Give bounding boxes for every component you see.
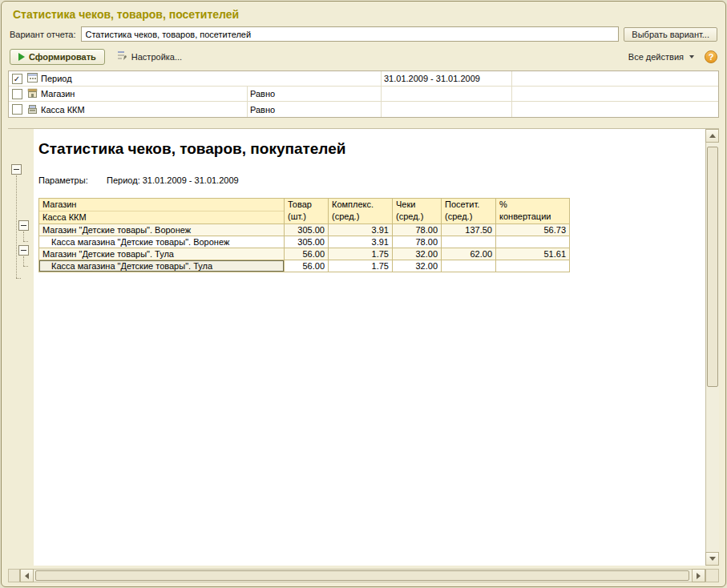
collapse-group-tula-button[interactable]	[18, 245, 29, 256]
period-checkbox[interactable]: ✓	[12, 74, 22, 84]
settings-button-label: Настройка...	[131, 52, 182, 62]
header-cheki: Чеки (сред.)	[393, 199, 442, 224]
filter-name-shop[interactable]: Магазин	[25, 87, 248, 101]
cell-cheki[interactable]: 32.00	[393, 248, 442, 260]
filter-condition-label: Равно	[250, 89, 275, 99]
filter-value-period[interactable]: 31.01.2009 - 31.01.2009	[382, 71, 512, 86]
all-actions-button[interactable]: Все действия	[624, 49, 698, 65]
cell-empty	[496, 236, 570, 248]
choose-variant-button[interactable]: Выбрать вариант...	[624, 27, 717, 42]
report-table: Магазин Касса ККМ Товар (шт.) Комплекс. …	[38, 198, 570, 272]
cell-name-selected[interactable]: Касса магазина "Детские товары". Тула	[39, 260, 285, 272]
cell-empty	[442, 260, 496, 272]
calendar-icon	[27, 73, 38, 84]
header-shop-kkm: Магазин Касса ККМ	[39, 199, 285, 224]
minus-icon	[14, 169, 19, 170]
scroll-up-button[interactable]	[705, 129, 719, 143]
filter-condition-label: Равно	[250, 105, 275, 115]
report-sheet: Статистика чеков, товаров, покупателей П…	[34, 129, 705, 566]
kkm-checkbox-cell	[9, 102, 25, 117]
horizontal-scrollbar[interactable]	[8, 569, 719, 582]
shop-icon	[27, 88, 38, 99]
play-icon	[18, 53, 25, 61]
scroll-left-icon	[25, 573, 29, 579]
group-connector-elbow	[23, 266, 28, 267]
filter-name-label: Период	[41, 74, 72, 83]
filter-name-period[interactable]: Период	[25, 71, 382, 86]
group-connector-elbow	[16, 278, 21, 279]
filter-panel: ✓ Период 31.01.2009 - 31.01.2009 Ма	[8, 70, 719, 118]
header-shop-label: Магазин	[39, 199, 284, 211]
report-title: Статистика чеков, товаров, покупателей	[38, 140, 705, 158]
toolbar: Сформировать Настройка... Все действия ?	[2, 43, 725, 70]
filter-rest-cell	[512, 87, 718, 101]
filter-condition-kkm[interactable]: Равно	[248, 102, 382, 117]
header-tovar: Товар (шт.)	[285, 199, 329, 224]
filter-row-period: ✓ Период 31.01.2009 - 31.01.2009	[9, 71, 718, 87]
minus-icon	[21, 225, 26, 226]
cell-komplex[interactable]: 3.91	[329, 236, 393, 248]
filter-name-label: Магазин	[41, 89, 75, 99]
page-title: Статистика чеков, товаров, посетителей	[2, 2, 725, 24]
filter-value-kkm[interactable]	[382, 102, 512, 117]
cell-name[interactable]: Касса магазина "Детские товары". Воронеж	[39, 236, 285, 248]
filter-row-kkm: Касса ККМ Равно	[9, 102, 718, 117]
cell-posetit[interactable]: 137.50	[442, 224, 496, 236]
cell-komplex[interactable]: 1.75	[329, 260, 393, 272]
scroll-down-icon	[709, 557, 716, 561]
all-actions-label: Все действия	[628, 52, 684, 62]
vertical-scroll-thumb[interactable]	[707, 147, 718, 387]
shop-checkbox-cell	[9, 87, 25, 101]
cell-konv[interactable]: 56.73	[496, 224, 570, 236]
report-area: Статистика чеков, товаров, покупателей П…	[8, 128, 719, 566]
horizontal-scroll-thumb[interactable]	[35, 570, 689, 581]
period-checkbox-cell: ✓	[9, 71, 25, 86]
cell-komplex[interactable]: 1.75	[329, 248, 393, 260]
cell-name[interactable]: Магазин "Детские товары". Воронеж	[39, 224, 285, 236]
scroll-up-icon	[709, 134, 716, 138]
cell-tovar[interactable]: 56.00	[285, 248, 329, 260]
group-connector-elbow	[23, 241, 28, 242]
header-komplex: Комплекс. (сред.)	[329, 199, 393, 224]
shop-checkbox[interactable]	[12, 89, 22, 99]
cell-komplex[interactable]: 3.91	[329, 224, 393, 236]
cell-cheki[interactable]: 78.00	[393, 236, 442, 248]
cell-tovar[interactable]: 305.00	[285, 224, 329, 236]
scroll-right-button[interactable]	[692, 569, 705, 582]
variant-input[interactable]	[81, 26, 620, 42]
generate-button[interactable]: Сформировать	[10, 49, 105, 65]
parameters-value: Период: 31.01.2009 - 31.01.2009	[107, 175, 239, 185]
group-connector-line	[23, 232, 24, 241]
kkm-checkbox[interactable]	[12, 104, 22, 115]
header-posetit: Посетит. (сред.)	[442, 199, 496, 224]
cell-cheki[interactable]: 32.00	[393, 260, 442, 272]
filter-name-kkm[interactable]: Касса ККМ	[25, 102, 248, 117]
group-connector-line	[23, 256, 24, 266]
vertical-scrollbar[interactable]	[705, 129, 719, 566]
cell-cheki[interactable]: 78.00	[393, 224, 442, 236]
scroll-down-button[interactable]	[705, 552, 719, 566]
filter-value-shop[interactable]	[382, 87, 512, 101]
header-row: Магазин Касса ККМ Товар (шт.) Комплекс. …	[39, 199, 570, 224]
cell-empty	[496, 260, 570, 272]
report-window: Статистика чеков, товаров, посетителей В…	[1, 1, 726, 587]
settings-button[interactable]: Настройка...	[113, 47, 186, 66]
collapse-level1-button[interactable]	[11, 164, 22, 175]
cell-tovar[interactable]: 56.00	[285, 260, 329, 272]
cell-name[interactable]: Магазин "Детские товары". Тула	[39, 248, 285, 260]
collapse-group-voronezh-button[interactable]	[18, 220, 29, 231]
filter-row-shop: Магазин Равно	[9, 87, 718, 102]
cash-register-icon	[27, 104, 38, 115]
help-button[interactable]: ?	[705, 50, 717, 63]
header-kkm-label: Касса ККМ	[39, 211, 284, 224]
filter-condition-shop[interactable]: Равно	[248, 87, 382, 101]
cell-konv[interactable]: 51.61	[496, 248, 570, 260]
generate-button-label: Сформировать	[29, 52, 96, 62]
settings-icon	[117, 50, 127, 62]
cell-tovar[interactable]: 305.00	[285, 236, 329, 248]
scroll-right-icon	[697, 573, 701, 579]
cell-posetit[interactable]: 62.00	[442, 248, 496, 260]
group-connector-line	[16, 175, 17, 278]
cell-empty	[442, 236, 496, 248]
scroll-left-button[interactable]	[20, 569, 34, 582]
